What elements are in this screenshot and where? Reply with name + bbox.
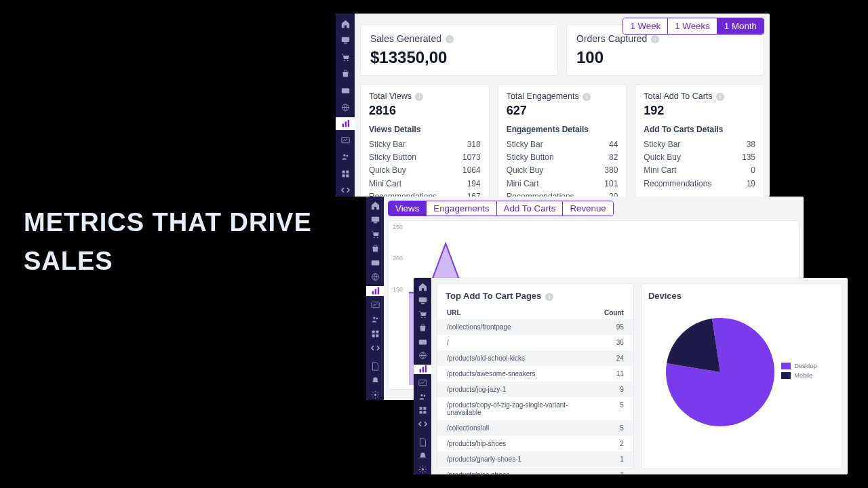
settings-icon[interactable] (414, 465, 431, 474)
wallet-icon[interactable] (336, 84, 355, 97)
users-icon[interactable] (414, 392, 431, 401)
grid-icon[interactable] (366, 329, 384, 339)
label: Orders Captured (576, 33, 647, 44)
monitor-icon[interactable] (414, 296, 431, 305)
svg-rect-0 (341, 37, 349, 42)
total-views-card: Total Views i2816Views DetailsSticky Bar… (360, 84, 490, 197)
tab-views[interactable]: Views (389, 201, 427, 216)
info-icon[interactable]: i (583, 93, 591, 101)
bar-chart-icon[interactable] (414, 365, 431, 374)
svg-point-28 (373, 317, 375, 319)
wallet-icon[interactable] (414, 337, 431, 346)
svg-rect-26 (377, 287, 378, 295)
users-icon[interactable] (366, 314, 384, 325)
svg-rect-25 (374, 289, 376, 294)
value: 627 (507, 104, 618, 118)
info-icon[interactable]: i (716, 93, 724, 101)
svg-rect-30 (372, 331, 374, 333)
home-icon[interactable] (366, 201, 384, 211)
monitor-icon[interactable] (366, 215, 384, 225)
doc-icon[interactable] (414, 437, 431, 447)
svg-point-3 (347, 60, 348, 61)
cart-icon[interactable] (336, 51, 355, 64)
dashboard-screenshot-1: 1 Week1 Weeks1 Month Sales Generated i $… (336, 14, 770, 197)
info-icon[interactable]: i (415, 93, 423, 101)
wallet-icon[interactable] (366, 258, 384, 268)
time-range-1-weeks[interactable]: 1 Weeks (668, 18, 717, 34)
bar-chart-icon[interactable] (366, 286, 384, 296)
detail-row: Quick Buy1064 (369, 164, 481, 177)
time-range-1-week[interactable]: 1 Week (623, 18, 668, 34)
card-title: Top Add To Cart Pages (446, 291, 541, 301)
bell-icon[interactable] (366, 375, 384, 386)
svg-rect-35 (418, 298, 426, 302)
globe-icon[interactable] (366, 272, 384, 282)
settings-icon[interactable] (366, 390, 384, 400)
globe-icon[interactable] (336, 101, 355, 114)
label: Sales Generated (370, 33, 441, 44)
tab-revenue[interactable]: Revenue (563, 201, 612, 216)
home-icon[interactable] (336, 18, 355, 30)
svg-rect-36 (421, 303, 425, 304)
ytick: 150 (393, 286, 403, 293)
svg-rect-43 (422, 367, 423, 373)
cart-icon[interactable] (414, 310, 431, 319)
code-icon[interactable] (366, 343, 384, 353)
svg-rect-14 (346, 170, 349, 173)
svg-point-12 (346, 155, 348, 157)
bag-icon[interactable] (366, 243, 384, 253)
detail-row: Mini Cart101 (507, 178, 618, 190)
bag-icon[interactable] (336, 68, 355, 81)
svg-point-2 (344, 60, 345, 61)
info-icon[interactable]: i (651, 35, 659, 43)
sidebar (414, 278, 431, 474)
code-icon[interactable] (336, 184, 355, 197)
svg-point-19 (374, 237, 375, 239)
bell-icon[interactable] (414, 451, 431, 460)
bar-chart-icon[interactable] (336, 117, 355, 130)
value: 2816 (369, 104, 481, 118)
table-row: /collections/all5 (437, 420, 633, 436)
detail-row: Mini Cart194 (369, 178, 481, 190)
svg-rect-1 (344, 43, 347, 44)
globe-icon[interactable] (414, 350, 431, 360)
svg-rect-33 (376, 334, 378, 337)
svg-rect-5 (347, 90, 349, 92)
grid-icon[interactable] (414, 406, 431, 415)
label: Total Views (369, 92, 412, 101)
svg-rect-16 (346, 174, 349, 177)
display-icon[interactable] (336, 134, 355, 147)
subheading: Engagements Details (507, 125, 618, 134)
legend-item: Mobile (781, 372, 816, 379)
svg-rect-27 (371, 302, 378, 308)
info-icon[interactable]: i (446, 35, 454, 43)
col-count: Count (604, 309, 624, 317)
detail-row: Sticky Button1073 (369, 151, 481, 164)
tab-engagements[interactable]: Engagements (427, 201, 496, 216)
detail-row: Mini Cart0 (644, 164, 755, 177)
svg-rect-44 (425, 365, 426, 373)
dashboard-screenshot-3: Top Add To Cart Pages i URL Count /colle… (414, 278, 848, 474)
detail-row: Quick Buy135 (644, 151, 755, 164)
bag-icon[interactable] (414, 323, 431, 333)
info-icon[interactable]: i (545, 293, 553, 301)
svg-rect-8 (344, 121, 346, 127)
value: 192 (644, 104, 755, 118)
display-icon[interactable] (366, 300, 384, 310)
detail-row: Sticky Bar38 (644, 138, 755, 151)
time-range-1-month[interactable]: 1 Month (717, 18, 764, 34)
monitor-icon[interactable] (336, 35, 355, 47)
display-icon[interactable] (414, 378, 431, 388)
table-row: /products/copy-of-zig-zag-single-variant… (437, 397, 633, 420)
home-icon[interactable] (414, 282, 431, 291)
cart-icon[interactable] (366, 229, 384, 239)
tab-add-to-carts[interactable]: Add To Carts (497, 201, 564, 216)
doc-icon[interactable] (366, 361, 384, 371)
svg-rect-7 (342, 124, 343, 127)
svg-rect-51 (423, 411, 426, 413)
grid-icon[interactable] (336, 167, 355, 180)
table-row: /products/gnarly-shoes-11 (437, 451, 633, 467)
code-icon[interactable] (414, 420, 431, 429)
detail-row: Recommendations167 (369, 190, 481, 197)
users-icon[interactable] (336, 150, 355, 163)
